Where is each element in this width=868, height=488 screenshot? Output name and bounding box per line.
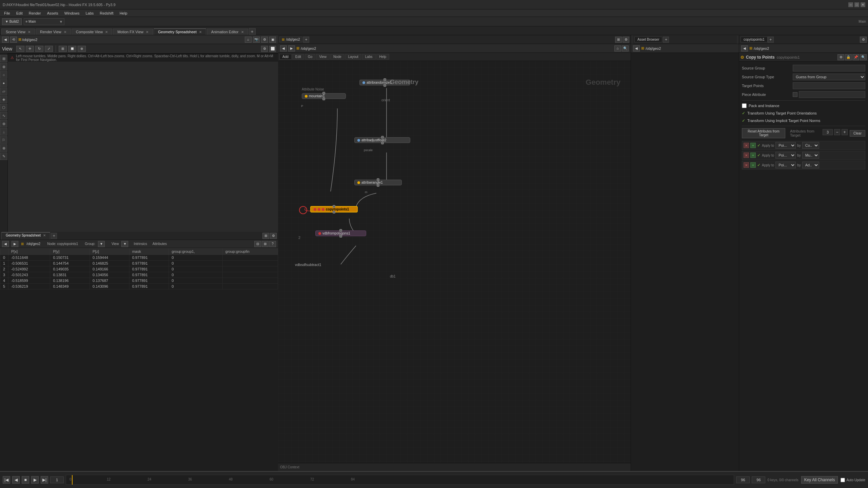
attr-row-2-remove[interactable]: ✕ xyxy=(744,152,749,158)
attr-row-2-by-select[interactable]: Mu... xyxy=(802,152,819,159)
key-all-channels[interactable]: Key All Channels xyxy=(801,476,838,484)
props-lock[interactable]: 🔒 xyxy=(845,54,852,60)
props-gear[interactable]: ⚙ xyxy=(837,54,844,60)
node-editor-area[interactable]: Geometry mountain1 P Attribute Noise xyxy=(278,61,631,463)
left-tool-8[interactable]: ∿ xyxy=(0,112,7,119)
table-row[interactable]: 3 -0.501243 0.13831 0.134056 0.977891 0 xyxy=(0,272,278,278)
timeline-play[interactable]: ▶ xyxy=(31,476,39,484)
col-header-groupfin[interactable]: group:groupfin xyxy=(222,248,278,255)
vp-cam[interactable]: 📷 xyxy=(253,37,260,43)
spread-view-select[interactable]: ▼ xyxy=(121,241,128,247)
attrs-count-minus[interactable]: − xyxy=(834,129,840,135)
table-row[interactable]: 5 -0.536219 0.148349 0.143096 0.977891 0 xyxy=(0,284,278,289)
tab-animation-editor[interactable]: Animation Editor ✕ xyxy=(207,28,248,35)
tab-scene-view[interactable]: Scene View ✕ xyxy=(1,28,35,35)
timeline-ruler[interactable]: 0 12 24 36 48 60 72 84 xyxy=(66,475,734,485)
restore-button[interactable]: □ xyxy=(854,2,859,7)
spread-prev[interactable]: ◀ xyxy=(2,241,9,247)
timeline-next[interactable]: ▶| xyxy=(41,476,48,484)
obj-tool[interactable]: ⊞ xyxy=(59,46,67,52)
asset-content[interactable] xyxy=(631,53,739,471)
display-options[interactable]: ⚙ xyxy=(261,46,268,52)
tab-close-composite[interactable]: ✕ xyxy=(105,30,108,34)
left-tool-6[interactable]: ◈ xyxy=(0,96,7,103)
menu-render[interactable]: Render xyxy=(26,11,44,16)
render-region[interactable]: ⬜ xyxy=(269,46,276,52)
attr-row-3-remove[interactable]: ✕ xyxy=(744,162,749,168)
col-header-group1[interactable]: group:group1, xyxy=(169,248,223,255)
node-attribwrangle1-output[interactable] xyxy=(377,184,379,187)
viewport-area[interactable]: ⊞ ⊕ ○ ● ▱ ◈ ⬡ ∿ ⊛ ⟂ ⚐ ⊗ ✎ xyxy=(0,54,278,232)
col-header-py[interactable]: P[y] xyxy=(50,248,90,255)
pack-instance-checkbox[interactable] xyxy=(742,103,747,108)
attr-row-3-apply-select[interactable]: Poi... xyxy=(775,162,796,168)
menu-help[interactable]: Help xyxy=(117,11,130,16)
node-back[interactable]: ◀ xyxy=(280,45,287,52)
vp-tool-1[interactable]: ◀ xyxy=(2,37,9,43)
tab-close-motion[interactable]: ✕ xyxy=(146,30,149,34)
node-mountain1[interactable]: mountain1 xyxy=(302,93,346,99)
main-selector[interactable]: ≡ Main ▼ xyxy=(24,18,64,25)
tab-close-anim[interactable]: ✕ xyxy=(241,30,244,34)
select-tool[interactable]: ↖ xyxy=(16,46,24,52)
tab-motion-fx[interactable]: Motion FX View ✕ xyxy=(113,28,153,35)
left-tool-5[interactable]: ▱ xyxy=(0,87,7,95)
spread-filter[interactable]: ⊟ xyxy=(254,241,261,247)
col-header-mask[interactable]: mask xyxy=(129,248,169,255)
node-tab-add[interactable]: + xyxy=(303,37,309,43)
auto-update-checkbox[interactable] xyxy=(841,478,845,482)
node-tab-labs[interactable]: Labs xyxy=(362,54,376,60)
props-settings[interactable]: ⚙ xyxy=(860,37,867,43)
translate-tool[interactable]: ✛ xyxy=(26,46,34,52)
node-copytopoints1-input[interactable] xyxy=(333,205,335,208)
spreadsheet-tab[interactable]: Geometry Spreadsheet ✕ xyxy=(1,232,50,240)
tab-add-button[interactable]: + xyxy=(249,28,256,35)
node-tab-help[interactable]: Help xyxy=(376,54,390,60)
node-tab-edit[interactable]: Edit xyxy=(292,54,304,60)
attr-row-2-add[interactable]: + xyxy=(750,152,756,158)
attr-row-1-remove[interactable]: ✕ xyxy=(744,143,749,148)
left-tool-2[interactable]: ⊕ xyxy=(0,63,7,70)
tab-composite-view[interactable]: Composite View ✕ xyxy=(72,28,112,35)
table-row[interactable]: 4 -0.518599 0.138196 0.137687 0.977891 0 xyxy=(0,278,278,284)
menu-windows[interactable]: Windows xyxy=(62,11,82,16)
asset-browser-tab[interactable]: Asset Browser xyxy=(634,37,662,42)
attr-row-3-add[interactable]: + xyxy=(750,162,756,168)
spread-help[interactable]: ? xyxy=(269,241,276,247)
props-tab-add[interactable]: + xyxy=(768,37,774,43)
target-points-input[interactable] xyxy=(793,82,865,89)
node-vdbfrompolygons1-input[interactable] xyxy=(339,229,342,232)
spreadsheet-tab-close[interactable]: ✕ xyxy=(43,233,46,237)
menu-edit[interactable]: Edit xyxy=(14,11,25,16)
left-tool-13[interactable]: ✎ xyxy=(0,152,7,160)
attr-row-1-apply-select[interactable]: Poi... xyxy=(775,142,796,149)
left-tool-1[interactable]: ⊞ xyxy=(0,55,7,62)
frame-end-input[interactable] xyxy=(736,476,750,483)
left-tool-12[interactable]: ⊗ xyxy=(0,144,7,152)
left-tool-7[interactable]: ⬡ xyxy=(0,104,7,111)
build-button[interactable]: ▼ Build2 xyxy=(2,18,22,25)
node-settings[interactable]: ⚙ xyxy=(623,37,629,43)
snap-tool[interactable]: 🔲 xyxy=(68,46,76,52)
attr-row-1-add[interactable]: + xyxy=(750,143,756,148)
node-attribrandomize1-output[interactable] xyxy=(383,84,386,87)
reset-attrs-button[interactable]: Reset Attributes from Target xyxy=(742,128,785,138)
node-tab-view[interactable]: View xyxy=(316,54,330,60)
node-tab-nodes[interactable]: Node xyxy=(330,54,344,60)
source-group-input[interactable] xyxy=(793,65,865,72)
timeline-start[interactable]: |◀ xyxy=(3,476,10,484)
node-fwd[interactable]: ▶ xyxy=(288,45,295,52)
asset-back[interactable]: ◀ xyxy=(633,45,640,52)
node-attribadjustfloat2-input[interactable] xyxy=(381,136,384,139)
col-header-pz[interactable]: P[z] xyxy=(90,248,130,255)
spread-cols[interactable]: ⊞ xyxy=(262,241,269,247)
attr-row-3-by-select[interactable]: Ad... xyxy=(802,162,819,168)
node-split[interactable]: ⊞ xyxy=(615,37,622,43)
props-pin[interactable]: 📌 xyxy=(852,54,859,60)
tab-close-scene-view[interactable]: ✕ xyxy=(28,30,31,34)
menu-redshift[interactable]: Redshift xyxy=(97,11,116,16)
props-search[interactable]: 🔍 xyxy=(860,54,867,60)
piece-attribute-color[interactable] xyxy=(793,92,797,97)
node-attribrandomize1-input[interactable] xyxy=(383,78,386,81)
frame-end-input2[interactable] xyxy=(752,476,765,483)
